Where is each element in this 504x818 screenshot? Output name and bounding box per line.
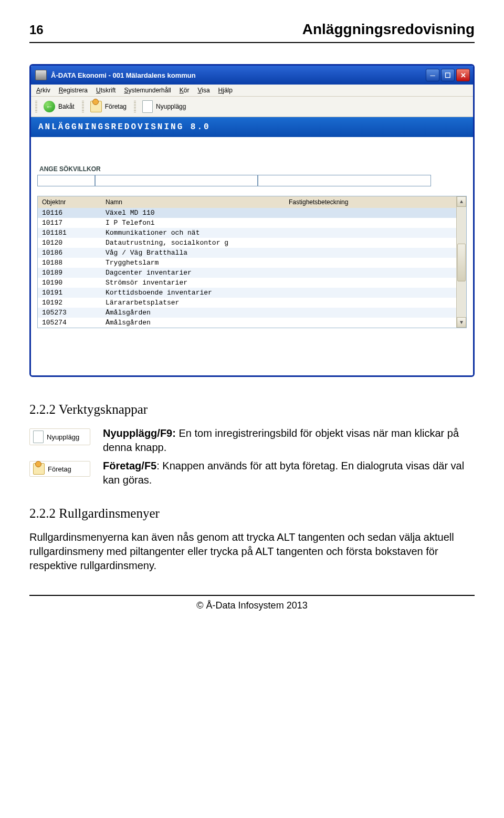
company-icon — [33, 463, 45, 475]
foretag-strong: Företag/F5 — [103, 460, 156, 471]
cell-fastighet — [285, 318, 456, 328]
col-fastighet[interactable]: Fastighetsbeteckning — [285, 196, 456, 208]
menu-hjalp[interactable]: Hjälp — [218, 87, 233, 94]
table-row[interactable]: 10190Strömsör inventarier — [38, 278, 456, 288]
window-title: Å-DATA Ekonomi - 001 Mälardalens kommun — [51, 71, 196, 79]
company-icon — [90, 101, 102, 112]
search-input-fastighet[interactable] — [258, 175, 431, 186]
table-row[interactable]: 10116Växel MD 110 — [38, 208, 456, 218]
scroll-up-button[interactable]: ▲ — [457, 196, 466, 207]
cell-objektnr: 10117 — [38, 218, 101, 228]
footer-copyright: © Å-Data Infosystem 2013 — [29, 600, 475, 611]
cell-objektnr: 105274 — [38, 318, 101, 328]
back-label: Bakåt — [58, 103, 75, 110]
toolbar: ← Bakåt Företag Nyupplägg — [31, 97, 473, 117]
cell-namn: Datautrustning, socialkontor g — [101, 238, 285, 248]
cell-objektnr: 10191 — [38, 288, 101, 298]
cell-namn: Lärararbetsplatser — [101, 298, 285, 308]
cell-namn: Växel MD 110 — [101, 208, 285, 218]
scroll-down-button[interactable]: ▼ — [457, 317, 466, 328]
cell-fastighet — [285, 238, 456, 248]
cell-fastighet — [285, 268, 456, 278]
grid-body: 10116Växel MD 11010117I P Telefoni101181… — [38, 208, 456, 328]
footer-rule — [29, 595, 475, 596]
cell-namn: Trygghetslarm — [101, 258, 285, 268]
cell-fastighet — [285, 218, 456, 228]
search-input-namn[interactable] — [95, 175, 258, 186]
heading-rullgardinsmenyer: 2.2.2 Rullgardinsmenyer — [29, 506, 475, 521]
app-icon — [35, 70, 47, 80]
cell-objektnr: 10116 — [38, 208, 101, 218]
minimize-button[interactable]: ─ — [426, 69, 439, 81]
menu-registrera[interactable]: Registrera — [59, 87, 88, 94]
new-button[interactable]: Nyupplägg — [140, 99, 191, 114]
nyupplagg-strong: Nyupplägg/F9: — [103, 427, 176, 439]
col-namn[interactable]: Namn — [101, 196, 285, 208]
company-label: Företag — [105, 103, 127, 110]
menu-kor[interactable]: Kör — [180, 87, 190, 94]
menu-arkiv[interactable]: Arkiv — [36, 87, 50, 94]
table-row[interactable]: 10117I P Telefoni — [38, 218, 456, 228]
cell-objektnr: 10186 — [38, 248, 101, 258]
table-row[interactable]: 105274Åmålsgården — [38, 318, 456, 328]
heading-verktygsknappar: 2.2.2 Verktygsknappar — [29, 402, 475, 417]
table-row[interactable]: 101181Kommunikationer och nät — [38, 228, 456, 238]
cell-namn: Våg / Väg Bratthalla — [101, 248, 285, 258]
app-window: Å-DATA Ekonomi - 001 Mälardalens kommun … — [29, 64, 475, 377]
cell-fastighet — [285, 258, 456, 268]
grid-header: Objektnr Namn Fastighetsbeteckning — [38, 196, 456, 208]
new-doc-icon — [142, 100, 153, 113]
search-label: ANGE SÖKVILLKOR — [39, 165, 467, 173]
cell-fastighet — [285, 278, 456, 288]
table-row[interactable]: 10186Våg / Väg Bratthalla — [38, 248, 456, 258]
cell-namn: Åmålsgården — [101, 318, 285, 328]
cell-namn: Strömsör inventarier — [101, 278, 285, 288]
cell-objektnr: 105273 — [38, 308, 101, 318]
cell-namn: I P Telefoni — [101, 218, 285, 228]
scroll-thumb[interactable] — [457, 244, 466, 281]
close-button[interactable]: ✕ — [456, 69, 470, 81]
back-button[interactable]: ← Bakåt — [41, 99, 80, 114]
header-rule — [29, 42, 475, 43]
cell-fastighet — [285, 228, 456, 238]
table-row[interactable]: 10189Dagcenter inventarier — [38, 268, 456, 278]
chip-foretag: Företag — [29, 461, 90, 477]
table-row[interactable]: 10191Korttidsboende inventarier — [38, 288, 456, 298]
cell-namn: Åmålsgården — [101, 308, 285, 318]
cell-fastighet — [285, 208, 456, 218]
cell-namn: Korttidsboende inventarier — [101, 288, 285, 298]
company-button[interactable]: Företag — [88, 99, 132, 114]
menu-utskrift[interactable]: Utskrift — [96, 87, 116, 94]
table-row[interactable]: 10188Trygghetslarm — [38, 258, 456, 268]
menu-bar: Arkiv Registrera Utskrift Systemunderhål… — [31, 85, 473, 97]
table-row[interactable]: 10120Datautrustning, socialkontor g — [38, 238, 456, 248]
maximize-button[interactable]: ☐ — [441, 69, 455, 81]
menu-systemunderhall[interactable]: Systemunderhåll — [124, 87, 171, 94]
menu-visa[interactable]: Visa — [197, 87, 209, 94]
vertical-scrollbar[interactable]: ▲ ▼ — [456, 196, 466, 328]
foretag-text: : Knappen används för att byta företag. … — [103, 460, 464, 486]
cell-objektnr: 10189 — [38, 268, 101, 278]
cell-objektnr: 10120 — [38, 238, 101, 248]
cell-objektnr: 101181 — [38, 228, 101, 238]
toolbar-grip-2 — [82, 101, 84, 112]
cell-fastighet — [285, 298, 456, 308]
title-bar: Å-DATA Ekonomi - 001 Mälardalens kommun … — [31, 66, 473, 85]
table-row[interactable]: 10192Lärararbetsplatser — [38, 298, 456, 308]
search-input-objektnr[interactable] — [37, 175, 95, 186]
new-doc-icon — [33, 431, 44, 443]
toolbar-grip-3 — [134, 101, 136, 112]
cell-namn: Dagcenter inventarier — [101, 268, 285, 278]
scroll-track[interactable] — [457, 207, 466, 317]
search-fields — [37, 175, 467, 186]
new-label: Nyupplägg — [156, 103, 186, 110]
cell-fastighet — [285, 288, 456, 298]
col-objektnr[interactable]: Objektnr — [38, 196, 101, 208]
chip-nyupplagg-label: Nyupplägg — [47, 433, 79, 441]
page-number: 16 — [29, 23, 44, 37]
table-row[interactable]: 105273Åmålsgården — [38, 308, 456, 318]
cell-objektnr: 10190 — [38, 278, 101, 288]
chip-foretag-label: Företag — [48, 465, 71, 473]
cell-objektnr: 10192 — [38, 298, 101, 308]
module-title-bar: ANLÄGGNINGSREDOVISNING 8.0 — [31, 117, 473, 137]
